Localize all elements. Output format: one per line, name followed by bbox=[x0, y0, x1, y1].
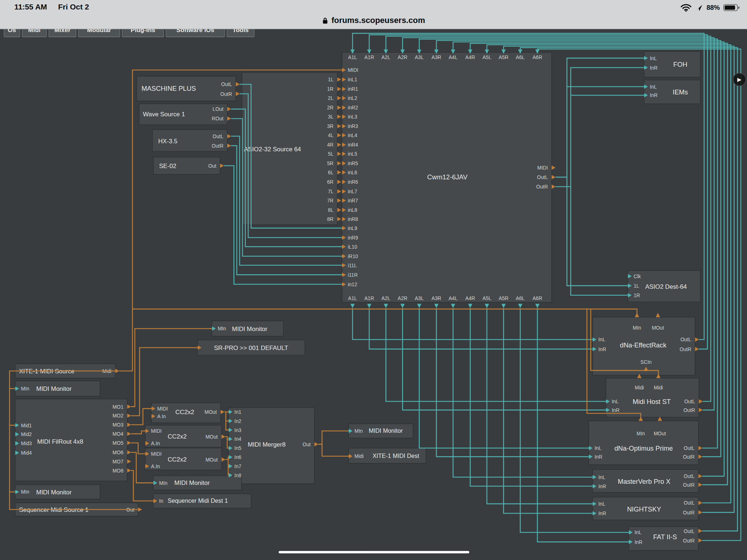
port-midi-filrout-4x8-mo6[interactable] bbox=[127, 450, 131, 455]
port-se-02-out[interactable] bbox=[220, 164, 224, 168]
module-dna-optimus-prime[interactable] bbox=[589, 421, 698, 465]
port-label-a1r: A1R bbox=[364, 296, 374, 301]
port-cwm12-6jav-a1l[interactable] bbox=[351, 304, 355, 308]
port-label-a6r: A6R bbox=[533, 55, 542, 60]
port-midi-filrout-4x8-mo7[interactable] bbox=[127, 459, 131, 464]
port-asio2-32-source-64-1r[interactable] bbox=[337, 87, 341, 91]
port-asio2-32-source-64-3l[interactable] bbox=[337, 114, 341, 119]
port-cwm12-6jav-a4r[interactable] bbox=[468, 304, 472, 308]
port-nightsky-outr[interactable] bbox=[698, 510, 702, 515]
port-maschine-plus-outl[interactable] bbox=[236, 82, 240, 86]
port-label-inl8: inL8 bbox=[348, 207, 357, 213]
port-masterverb-pro-x-outr[interactable] bbox=[698, 483, 702, 487]
port-dna-effectrack-outl[interactable] bbox=[695, 337, 699, 342]
module-iems[interactable] bbox=[644, 80, 700, 104]
port-label-outl: OutL bbox=[221, 82, 232, 87]
port-dna-effectrack-mout[interactable] bbox=[656, 313, 660, 317]
port-label-inr8: inR8 bbox=[348, 217, 358, 222]
port-asio2-32-source-64-5l[interactable] bbox=[337, 152, 341, 156]
port-label-a5r: A5R bbox=[499, 55, 508, 60]
port-cwm12-6jav-a2r[interactable] bbox=[400, 304, 405, 308]
port-dna-optimus-prime-outr[interactable] bbox=[698, 455, 702, 459]
port-fat-ii-s-outl[interactable] bbox=[698, 529, 702, 533]
address-bar[interactable]: forums.scopeusers.com bbox=[0, 13, 747, 28]
port-midi-filrout-4x8-mo5[interactable] bbox=[127, 441, 131, 445]
port-cwm12-6jav-a6r[interactable] bbox=[535, 304, 539, 308]
port-label-min: MIn bbox=[355, 428, 363, 434]
port-label-in8: In8 bbox=[235, 473, 241, 478]
port-dna-effectrack-min[interactable] bbox=[635, 313, 639, 317]
port-label-a6r: A6R bbox=[533, 296, 542, 301]
port-maschine-plus-outr[interactable] bbox=[236, 92, 240, 96]
port-asio2-32-source-64-2r[interactable] bbox=[337, 105, 341, 110]
port-dna-effectrack-outr[interactable] bbox=[695, 347, 699, 351]
port-asio2-32-source-64-6l[interactable] bbox=[337, 170, 341, 175]
port-label-inr: InR bbox=[635, 540, 642, 545]
audio-cable bbox=[487, 308, 593, 504]
port-dna-optimus-prime-outl[interactable] bbox=[698, 446, 702, 450]
port-cwm12-6jav-a4l[interactable] bbox=[451, 304, 455, 308]
port-asio2-32-source-64-6r[interactable] bbox=[337, 180, 341, 184]
port-midi-filrout-4x8-mo4[interactable] bbox=[127, 432, 131, 436]
port-label-inr5: inR5 bbox=[348, 161, 358, 166]
port-cwm12-6jav-a5r[interactable] bbox=[502, 304, 506, 308]
module-iems-label: IEMs bbox=[673, 88, 688, 96]
port-cwm12-6jav-a1r[interactable] bbox=[367, 304, 371, 308]
midi-cable bbox=[131, 431, 145, 434]
port-asio2-32-source-64-4l[interactable] bbox=[337, 133, 341, 137]
port-asio2-32-source-64-8l[interactable] bbox=[337, 208, 341, 212]
location-icon bbox=[695, 4, 703, 12]
port-label-outl: OutL bbox=[537, 175, 548, 180]
port-sequencer-midi-source-1-out[interactable] bbox=[138, 508, 142, 512]
port-asio2-32-source-64-3r[interactable] bbox=[337, 124, 341, 128]
port-asio2-32-source-64-8r[interactable] bbox=[337, 217, 341, 221]
port-asio2-32-source-64-4r[interactable] bbox=[337, 143, 341, 147]
port-label-outr: OutR bbox=[683, 482, 694, 488]
port-cwm12-6jav-midi[interactable] bbox=[551, 166, 555, 170]
port-cwm12-6jav-outl[interactable] bbox=[551, 175, 555, 179]
status-time: 11:55 AM bbox=[14, 3, 47, 12]
port-nightsky-outl[interactable] bbox=[698, 501, 702, 505]
module-cc2x2-3-label: CC2x2 bbox=[168, 456, 187, 463]
port-wave-source-1-rout[interactable] bbox=[227, 116, 231, 121]
port-cwm12-6jav-outr[interactable] bbox=[551, 184, 555, 189]
port-asio2-32-source-64-7l[interactable] bbox=[337, 189, 341, 194]
port-midi-host-st-outl[interactable] bbox=[699, 399, 703, 404]
port-cc2x2-2-mout[interactable] bbox=[221, 435, 225, 439]
port-label-1r: 1R bbox=[327, 86, 334, 92]
port-midi-merger8-out[interactable] bbox=[314, 442, 318, 447]
port-label-inr3: inR3 bbox=[348, 124, 358, 129]
port-fat-ii-s-outr[interactable] bbox=[698, 538, 702, 543]
media-play-button[interactable]: ▶ bbox=[733, 73, 746, 86]
port-cwm12-6jav-a6l[interactable] bbox=[518, 304, 522, 308]
port-wave-source-1-lout[interactable] bbox=[227, 107, 231, 111]
port-label-inl: InL bbox=[598, 501, 605, 507]
port-cwm12-6jav-a5l[interactable] bbox=[485, 304, 489, 308]
port-asio2-32-source-64-7r[interactable] bbox=[337, 198, 341, 203]
home-indicator[interactable] bbox=[279, 551, 469, 553]
port-midi-filrout-4x8-mo3[interactable] bbox=[127, 423, 131, 427]
port-hx-35-outr[interactable] bbox=[227, 144, 231, 148]
port-asio2-32-source-64-2l[interactable] bbox=[337, 96, 341, 100]
module-maschine-plus-label: MASCHINE PLUS bbox=[142, 85, 196, 92]
port-midi-host-st-outr[interactable] bbox=[699, 408, 703, 412]
port-midi-filrout-4x8-mo8[interactable] bbox=[127, 468, 131, 473]
port-cwm12-6jav-a3l[interactable] bbox=[417, 304, 422, 308]
port-cc2x2-1-mout[interactable] bbox=[221, 410, 224, 414]
port-cwm12-6jav-a3r[interactable] bbox=[434, 304, 439, 308]
port-label-in: In bbox=[159, 498, 163, 504]
port-label-inr: InR bbox=[598, 484, 606, 489]
module-sr-pro-default-label: SR-PRO >> 001 DEFAULT bbox=[214, 345, 288, 351]
port-cwm12-6jav-a2l[interactable] bbox=[384, 304, 388, 308]
port-midi-filrout-4x8-mo1[interactable] bbox=[127, 405, 131, 409]
port-masterverb-pro-x-outl[interactable] bbox=[698, 474, 702, 478]
port-cc2x2-3-mout[interactable] bbox=[221, 458, 225, 462]
port-label-5r: 5R bbox=[327, 161, 334, 166]
port-hx-35-outl[interactable] bbox=[227, 134, 231, 139]
port-asio2-32-source-64-5r[interactable] bbox=[337, 161, 341, 166]
port-label-4l: 4L bbox=[328, 133, 334, 138]
midi-cable bbox=[132, 309, 637, 314]
port-asio2-32-source-64-1l[interactable] bbox=[337, 77, 341, 82]
port-xite-1-midi-source-midi[interactable] bbox=[115, 369, 119, 373]
port-midi-filrout-4x8-mo2[interactable] bbox=[127, 413, 131, 418]
